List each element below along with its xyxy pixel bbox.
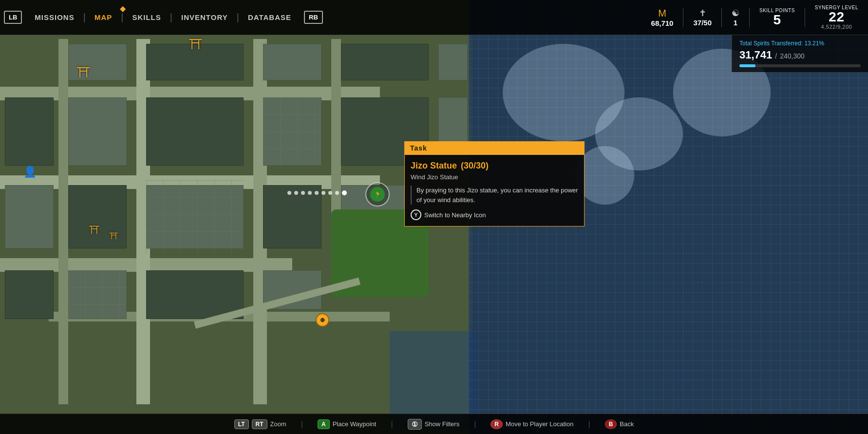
lt-button[interactable]: LT bbox=[234, 419, 249, 429]
revealed-area-4 bbox=[576, 146, 634, 205]
player-location-label: Move to Player Location bbox=[506, 420, 573, 428]
task-description: By praying to this Jizo statue, you can … bbox=[411, 186, 578, 205]
torii-icon-4[interactable]: ⛩ bbox=[110, 231, 118, 242]
nav-skills[interactable]: SKILLS bbox=[123, 13, 170, 21]
task-action: Y Switch to Nearby Icon bbox=[411, 209, 578, 220]
currency-value: 68,710 bbox=[651, 19, 674, 27]
rt-button[interactable]: RT bbox=[252, 419, 267, 429]
nav-missions[interactable]: MISSIONS bbox=[26, 13, 83, 21]
skill-points-value: 5 bbox=[773, 13, 781, 27]
stat-divider-3 bbox=[749, 8, 750, 27]
bottom-sep-1: | bbox=[301, 420, 303, 429]
synergy-value: 22 bbox=[829, 10, 844, 24]
back-action: B Back bbox=[605, 419, 634, 429]
zoom-label: Zoom bbox=[270, 420, 286, 428]
spirits-bar-bg bbox=[739, 64, 861, 67]
stat-divider-2 bbox=[721, 8, 722, 27]
skill-points-box: SKILL POINTS 5 bbox=[759, 8, 795, 27]
stat-divider-1 bbox=[683, 8, 683, 27]
ability-stat: ☯ 1 bbox=[732, 8, 739, 27]
stat-divider-4 bbox=[805, 8, 805, 27]
spirits-current: 31,741 bbox=[739, 49, 772, 61]
player-location-action: R Move to Player Location bbox=[491, 419, 573, 429]
filters-action: ① Show Filters bbox=[408, 419, 460, 430]
task-count: (30/30) bbox=[461, 161, 489, 171]
spirits-separator: / bbox=[775, 52, 777, 60]
currency-icon: M bbox=[658, 8, 666, 19]
filters-label: Show Filters bbox=[425, 420, 460, 428]
nav-inventory[interactable]: INVENTORY bbox=[172, 13, 237, 21]
top-nav: LB MISSIONS | MAP | SKILLS | INVENTORY |… bbox=[0, 0, 868, 35]
b-button[interactable]: B bbox=[605, 419, 617, 429]
bottom-nav: LT RT Zoom | A Place Waypoint | ① Show F… bbox=[0, 414, 868, 434]
hud-stats: M 68,710 ✝ 37/50 ☯ 1 SKILL POINTS 5 SYNE… bbox=[651, 5, 858, 30]
synergy-sub: 4,522/9,200 bbox=[821, 24, 852, 30]
nav-map[interactable]: MAP bbox=[86, 13, 121, 21]
spirits-panel: Total Spirits Transferred: 13.21% 31,741… bbox=[732, 35, 868, 72]
rb-button[interactable]: RB bbox=[304, 11, 323, 24]
nav-database[interactable]: DATABASE bbox=[239, 13, 300, 21]
waypoint-dots bbox=[287, 190, 347, 195]
player-marker: 🏃 bbox=[365, 182, 390, 207]
synergy-box: SYNERGY LEVEL 22 4,522/9,200 bbox=[815, 5, 858, 30]
r-button[interactable]: R bbox=[491, 419, 503, 429]
zoom-action: LT RT Zoom bbox=[234, 419, 286, 429]
torii-icon-2[interactable]: ⛩ bbox=[189, 37, 203, 53]
ammo-stat: ✝ 37/50 bbox=[693, 8, 712, 27]
bottom-sep-4: | bbox=[588, 420, 590, 429]
collectible-icon: ⊕ bbox=[316, 313, 329, 327]
spirits-bar-fill bbox=[739, 64, 755, 67]
task-title: Jizo Statue bbox=[411, 161, 457, 171]
player-icon: 🏃 bbox=[370, 187, 385, 202]
waypoint-label: Place Waypoint bbox=[333, 420, 377, 428]
spirits-label: Total Spirits Transferred: 13.21% bbox=[739, 40, 861, 47]
torii-icon-3[interactable]: ⛩ bbox=[89, 224, 100, 237]
ability-value: 1 bbox=[734, 19, 737, 27]
task-action-button[interactable]: Y bbox=[411, 209, 421, 220]
task-header: Task bbox=[404, 141, 585, 155]
back-label: Back bbox=[620, 420, 634, 428]
bottom-sep-3: | bbox=[474, 420, 476, 429]
task-subtitle: Wind Jizo Statue bbox=[411, 173, 578, 181]
ammo-value: 37/50 bbox=[693, 19, 712, 27]
npc-icon: 👤 bbox=[23, 166, 37, 178]
a-button[interactable]: A bbox=[318, 419, 330, 429]
task-body: Jizo Statue (30/30) Wind Jizo Statue By … bbox=[404, 155, 585, 226]
waypoint-action: A Place Waypoint bbox=[318, 419, 377, 429]
task-action-label: Switch to Nearby Icon bbox=[424, 211, 486, 219]
spirits-total: 240,300 bbox=[780, 52, 805, 60]
currency-stat: M 68,710 bbox=[651, 8, 674, 27]
map-location-icon: ◆ bbox=[120, 4, 126, 13]
filters-button[interactable]: ① bbox=[408, 419, 422, 430]
lb-button[interactable]: LB bbox=[4, 11, 22, 24]
task-tooltip: Task Jizo Statue (30/30) Wind Jizo Statu… bbox=[404, 141, 585, 226]
torii-icon-1[interactable]: ⛩ bbox=[77, 65, 91, 81]
bottom-sep-2: | bbox=[391, 420, 393, 429]
